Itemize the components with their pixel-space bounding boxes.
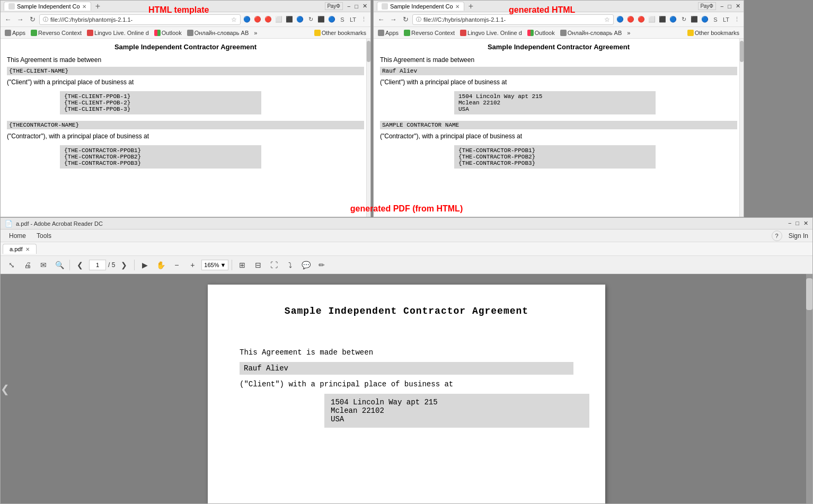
pdf-print[interactable]: 🖨 [21,258,34,272]
left-extension1[interactable]: 🔵 [242,15,252,24]
right-address-bar[interactable]: ⓘ file:///C:/hybris/phantomjs-2.1.1- ☆ [412,14,614,25]
right-bookmark-reverso[interactable]: Reverso Context [402,29,457,37]
pdf-select-tool[interactable]: ▶ [138,258,152,272]
left-other-bookmarks[interactable]: Other bookmarks [312,29,368,37]
left-bookmark-reverso[interactable]: Reverso Context [29,29,84,37]
pdf-zoom-out[interactable]: − [170,258,183,272]
left-payu-badge: РауФ [325,2,343,10]
pdf-menu-bar: Home Tools ? Sign In [1,229,812,242]
left-address-bar[interactable]: ⓘ file:///C:/hybris/phantomjs-2.1.1- ☆ [39,14,241,25]
pdf-next-page[interactable]: ❯ [117,258,131,272]
right-forward-button[interactable]: → [388,14,399,25]
left-more-btn[interactable]: ⋮ [359,15,368,24]
pdf-menu-home[interactable]: Home [5,231,30,241]
right-reload-button[interactable]: ↻ [400,14,411,25]
left-extension8[interactable]: ⬛ [316,15,326,24]
left-outlook-label: Outlook [162,30,182,36]
left-maximize[interactable]: □ [355,3,358,10]
pdf-draw[interactable]: ✏ [315,258,329,272]
left-reload-button[interactable]: ↻ [27,14,38,25]
right-bookmark-more[interactable]: » [625,29,632,37]
right-other-bookmarks[interactable]: Other bookmarks [685,29,741,37]
left-extension7[interactable]: ↻ [306,15,315,24]
pdf-scrollbar[interactable] [806,274,812,503]
right-maximize[interactable]: □ [728,3,731,10]
left-lt-icon[interactable]: LT [348,15,358,24]
left-close[interactable]: ✕ [363,3,367,10]
left-bookmark-more[interactable]: » [252,29,259,37]
left-tab-new[interactable]: + [93,2,102,11]
pdf-zoom-in[interactable]: + [185,258,199,272]
right-tab-close[interactable]: ✕ [455,4,459,10]
pdf-menu-tools[interactable]: Tools [32,231,56,241]
right-minimize[interactable]: − [720,3,723,10]
right-browser-tab[interactable]: Sample Independent Co ✕ [377,2,464,11]
right-bookmark-apps[interactable]: Apps [376,29,401,37]
pdf-fit-width[interactable]: ⊟ [251,258,265,272]
right-extension8[interactable]: ⬛ [690,15,699,24]
left-bookmark-apps[interactable]: Apps [3,29,28,37]
pdf-signin-button[interactable]: Sign In [789,232,808,240]
left-extension3[interactable]: 🔴 [263,15,273,24]
right-bookmark-outlook[interactable]: Outlook [525,29,557,37]
pdf-app-icon: 📄 [5,220,13,227]
pdf-help-button[interactable]: ? [772,231,782,241]
right-bookmark-dict[interactable]: Онлайн-словарь AB [558,29,624,37]
left-back-button[interactable]: ← [3,14,13,25]
right-skype-icon[interactable]: S [711,15,720,24]
pdf-maximize[interactable]: □ [796,220,799,227]
right-scrollbar[interactable] [739,39,744,217]
left-extension4[interactable]: ⬜ [274,15,284,24]
left-extension5[interactable]: ⬛ [285,15,294,24]
right-extension1[interactable]: 🔵 [615,15,625,24]
right-extension3[interactable]: 🔴 [637,15,646,24]
right-back-button[interactable]: ← [376,14,386,25]
left-skype-icon[interactable]: S [338,15,347,24]
pdf-tab[interactable]: a.pdf ✕ [3,244,37,254]
left-extension9[interactable]: 🔵 [327,15,337,24]
right-tab-new[interactable]: + [466,2,475,11]
right-doc-title: Sample Independent Contractor Agreement [380,43,737,51]
pdf-zoom-dropdown[interactable]: 165% ▼ [201,260,228,270]
pdf-close[interactable]: ✕ [803,220,808,227]
pdf-page-input[interactable] [89,260,106,270]
right-lt-icon[interactable]: LT [721,15,731,24]
left-star-icon[interactable]: ☆ [231,16,237,23]
pdf-comment[interactable]: 💬 [299,258,313,272]
left-browser-tab[interactable]: Sample Independent Co ✕ [4,2,91,11]
left-tab-close[interactable]: ✕ [82,4,86,10]
right-extension9[interactable]: 🔵 [700,15,710,24]
left-bookmark-outlook[interactable]: Outlook [152,29,184,37]
right-extension7[interactable]: ↻ [679,15,688,24]
right-bookmark-lingvo[interactable]: Lingvo Live. Online d [458,29,524,37]
left-forward-button[interactable]: → [15,14,25,25]
pdf-zoom-value: 165% [204,262,219,268]
right-more-btn[interactable]: ⋮ [732,15,741,24]
left-scrollbar[interactable] [366,39,370,217]
right-extension5[interactable]: ⬛ [658,15,667,24]
right-payu-badge: РауФ [698,2,716,10]
left-extension6[interactable]: 🔵 [295,15,305,24]
right-extension4[interactable]: ⬜ [647,15,657,24]
pdf-fit-page[interactable]: ⊞ [235,258,249,272]
pdf-minimize[interactable]: − [788,220,791,227]
pdf-tab-close-btn[interactable]: ✕ [25,246,30,252]
pdf-rotate[interactable]: ⤵ [283,258,297,272]
left-bookmark-dict[interactable]: Онлайн-словарь AB [185,29,251,37]
left-bookmark-lingvo[interactable]: Lingvo Live. Online d [85,29,151,37]
right-extension2[interactable]: 🔴 [626,15,635,24]
left-extension2[interactable]: 🔴 [253,15,262,24]
pdf-prev-page[interactable]: ❮ [73,258,87,272]
pdf-scroll-mode[interactable]: ⤡ [5,258,19,272]
pdf-email[interactable]: ✉ [37,258,50,272]
left-address2: {THE-CONTRACTOR-PPOB1}{THE-CONTRACTOR-PP… [60,145,261,169]
right-close[interactable]: ✕ [736,3,740,10]
pdf-search[interactable]: 🔍 [52,258,66,272]
right-extension6[interactable]: 🔵 [668,15,678,24]
pdf-left-arrow[interactable]: ❮ [1,383,10,395]
right-other-bm-icon [687,30,694,36]
left-minimize[interactable]: − [347,3,350,10]
right-star-icon[interactable]: ☆ [604,16,610,23]
pdf-hand-tool[interactable]: ✋ [154,258,167,272]
pdf-full-screen[interactable]: ⛶ [267,258,281,272]
